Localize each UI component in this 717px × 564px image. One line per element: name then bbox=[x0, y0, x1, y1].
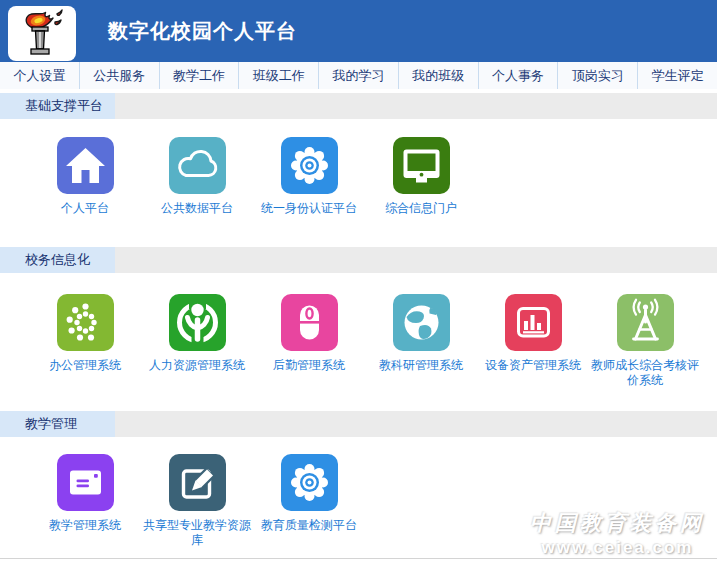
tile-unified-auth-platform[interactable]: 统一身份认证平台 bbox=[253, 137, 365, 216]
tab-class-work[interactable]: 班级工作 bbox=[239, 62, 319, 89]
tile-shared-teaching-resources[interactable]: 共享型专业教学资源库 bbox=[141, 454, 253, 548]
tile-info-portal[interactable]: 综合信息门户 bbox=[365, 137, 477, 216]
message-card-icon bbox=[57, 454, 114, 511]
home-icon bbox=[57, 137, 114, 194]
cloud-icon bbox=[169, 137, 226, 194]
main-nav: 个人设置 公共服务 教学工作 班级工作 我的学习 我的班级 个人事务 顶岗实习 … bbox=[0, 62, 717, 93]
section-header-basic-platforms: 基础支撑平台 bbox=[0, 93, 717, 119]
tab-my-class[interactable]: 我的班级 bbox=[399, 62, 479, 89]
tile-label: 综合信息门户 bbox=[385, 201, 457, 216]
tab-student-evaluation[interactable]: 学生评定 bbox=[638, 62, 717, 89]
tile-logistics-management[interactable]: 后勤管理系统 bbox=[253, 294, 365, 373]
tile-row-school-affairs: 办公管理系统 人力资源管理系统 后勤管理系统 bbox=[0, 273, 717, 411]
app-header: 数字化校园个人平台 bbox=[0, 0, 717, 62]
tile-label: 人力资源管理系统 bbox=[149, 358, 245, 373]
school-logo bbox=[8, 6, 76, 61]
tile-label: 教学管理系统 bbox=[49, 518, 121, 533]
tab-internship[interactable]: 顶岗实习 bbox=[558, 62, 638, 89]
tab-teaching-work[interactable]: 教学工作 bbox=[160, 62, 240, 89]
page-title: 数字化校园个人平台 bbox=[108, 18, 297, 45]
tile-asset-management[interactable]: 设备资产管理系统 bbox=[477, 294, 589, 373]
tile-label: 个人平台 bbox=[61, 201, 109, 216]
tile-research-management[interactable]: 教科研管理系统 bbox=[365, 294, 477, 373]
bottom-divider bbox=[0, 558, 717, 559]
section-header-teaching-management: 教学管理 bbox=[0, 411, 717, 437]
tile-label: 教师成长综合考核评价系统 bbox=[589, 358, 701, 388]
tile-education-quality-monitor[interactable]: 教育质量检测平台 bbox=[253, 454, 365, 533]
tile-label: 公共数据平台 bbox=[161, 201, 233, 216]
dots-burst-icon bbox=[57, 294, 114, 351]
section-title: 校务信息化 bbox=[0, 247, 115, 273]
tab-public-services[interactable]: 公共服务 bbox=[80, 62, 160, 89]
tile-label: 共享型专业教学资源库 bbox=[141, 518, 253, 548]
tile-label: 教育质量检测平台 bbox=[261, 518, 357, 533]
mouse-icon bbox=[281, 294, 338, 351]
tile-row-teaching-management: 教学管理系统 共享型专业教学资源库 bbox=[0, 437, 717, 555]
tile-row-basic-platforms: 个人平台 公共数据平台 bbox=[0, 119, 717, 247]
tile-teaching-management-system[interactable]: 教学管理系统 bbox=[29, 454, 141, 533]
gear-icon bbox=[281, 137, 338, 194]
compose-icon bbox=[169, 454, 226, 511]
globe-icon bbox=[393, 294, 450, 351]
radio-tower-icon bbox=[617, 294, 674, 351]
section-title: 基础支撑平台 bbox=[0, 93, 115, 119]
tile-teacher-growth-evaluation[interactable]: 教师成长综合考核评价系统 bbox=[589, 294, 701, 388]
section-header-school-affairs: 校务信息化 bbox=[0, 247, 717, 273]
tile-label: 教科研管理系统 bbox=[379, 358, 463, 373]
tab-my-learning[interactable]: 我的学习 bbox=[319, 62, 399, 89]
bar-chart-icon bbox=[505, 294, 562, 351]
tile-label: 设备资产管理系统 bbox=[485, 358, 581, 373]
tile-public-data-platform[interactable]: 公共数据平台 bbox=[141, 137, 253, 216]
tile-hr-management[interactable]: 人力资源管理系统 bbox=[141, 294, 253, 373]
tile-label: 办公管理系统 bbox=[49, 358, 121, 373]
monitor-icon bbox=[393, 137, 450, 194]
tab-personal-affairs[interactable]: 个人事务 bbox=[479, 62, 559, 89]
tile-office-management[interactable]: 办公管理系统 bbox=[29, 294, 141, 373]
section-title: 教学管理 bbox=[0, 411, 115, 437]
community-icon bbox=[169, 294, 226, 351]
tile-label: 后勤管理系统 bbox=[273, 358, 345, 373]
tab-personal-settings[interactable]: 个人设置 bbox=[0, 62, 80, 89]
gear-icon bbox=[281, 454, 338, 511]
tile-label: 统一身份认证平台 bbox=[261, 201, 357, 216]
tile-personal-platform[interactable]: 个人平台 bbox=[29, 137, 141, 216]
torch-icon bbox=[17, 9, 67, 57]
